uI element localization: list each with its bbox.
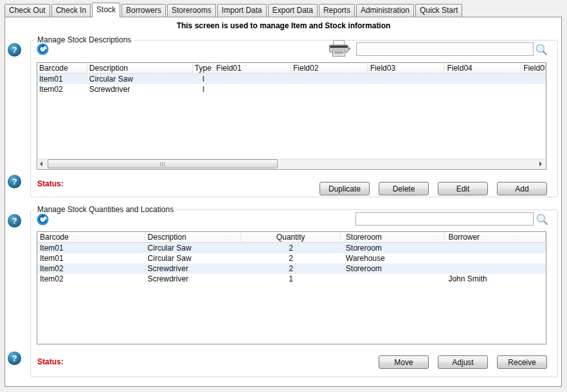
table-cell bbox=[521, 84, 546, 94]
table-row[interactable]: Item01Circular Saw2Warehouse bbox=[37, 253, 546, 263]
search-input[interactable] bbox=[356, 212, 534, 226]
tab-check-out[interactable]: Check Out bbox=[4, 4, 50, 17]
help-icon[interactable]: ? bbox=[8, 43, 21, 57]
column-header-field02[interactable]: Field02 bbox=[291, 63, 368, 74]
table-cell bbox=[444, 84, 521, 94]
scroll-right-icon[interactable] bbox=[536, 159, 545, 168]
table-cell: Warehouse bbox=[341, 253, 446, 263]
table-row[interactable]: Item02ScrewdriverI bbox=[37, 84, 546, 94]
table-cell: Item01 bbox=[37, 253, 145, 263]
table-cell bbox=[291, 84, 368, 94]
column-header-quantity[interactable]: Quantity bbox=[241, 232, 341, 243]
table-row[interactable]: Item02Screwdriver1John Smith bbox=[37, 274, 546, 284]
table-row[interactable]: Item02Screwdriver2Storeroom bbox=[37, 263, 546, 274]
tab-stock[interactable]: Stock bbox=[92, 3, 120, 17]
column-header-field05[interactable]: Field05 bbox=[521, 63, 546, 74]
scrollbar-thumb[interactable] bbox=[48, 159, 278, 168]
table-cell bbox=[368, 84, 445, 94]
search-icon[interactable] bbox=[536, 213, 548, 226]
table-cell: Circular Saw bbox=[145, 253, 242, 263]
column-header-borrower[interactable]: Borrower bbox=[445, 232, 546, 243]
table-cell: 1 bbox=[241, 274, 341, 284]
column-header-storeroom[interactable]: Storeroom bbox=[341, 232, 446, 243]
adjust-button[interactable]: Adjust bbox=[438, 355, 488, 369]
table-cell: Circular Saw bbox=[145, 243, 242, 253]
tab-import-data[interactable]: Import Data bbox=[217, 4, 267, 17]
search-input[interactable] bbox=[356, 42, 534, 56]
tab-check-in[interactable]: Check In bbox=[51, 4, 91, 17]
column-header-field03[interactable]: Field03 bbox=[368, 63, 445, 74]
tab-storerooms[interactable]: Storerooms bbox=[167, 4, 216, 17]
table-cell: 2 bbox=[241, 253, 341, 263]
table-cell: Screwdriver bbox=[87, 84, 194, 94]
stock-quantities-table: BarcodeDescriptionQuantityStoreroomBorro… bbox=[37, 231, 546, 344]
stock-descriptions-table: BarcodeDescriptionTypeField01Field02Fiel… bbox=[37, 62, 546, 170]
tab-bar: Check OutCheck InStockBorrowersStoreroom… bbox=[4, 3, 464, 17]
move-button[interactable]: Move bbox=[379, 355, 429, 369]
table-cell: I bbox=[193, 84, 213, 94]
duplicate-button[interactable]: Duplicate bbox=[320, 182, 370, 195]
group-label: Manage Stock Quantities and Locations bbox=[35, 205, 176, 214]
column-header-barcode[interactable]: Barcode bbox=[37, 63, 87, 74]
edit-button[interactable]: Edit bbox=[438, 182, 488, 195]
tab-administration[interactable]: Administration bbox=[356, 4, 414, 17]
table-cell: Screwdriver bbox=[145, 263, 242, 274]
table-cell bbox=[445, 253, 546, 263]
status-label: Status: bbox=[37, 179, 64, 188]
table-cell: Item01 bbox=[37, 243, 145, 253]
screen-note: This screen is used to manage Item and S… bbox=[0, 21, 567, 30]
tab-export-data[interactable]: Export Data bbox=[268, 4, 318, 17]
table-row[interactable]: Item01Circular SawI bbox=[37, 74, 546, 84]
tab-quick-start[interactable]: Quick Start bbox=[415, 4, 462, 17]
group-label: Manage Stock Descriptions bbox=[35, 35, 134, 44]
table-cell: Item02 bbox=[37, 274, 145, 284]
column-header-field04[interactable]: Field04 bbox=[444, 63, 521, 74]
delete-button[interactable]: Delete bbox=[379, 182, 429, 195]
descriptions-button-row: DuplicateDeleteEditAdd bbox=[320, 182, 547, 195]
table-cell bbox=[341, 274, 446, 284]
column-header-type[interactable]: Type bbox=[193, 63, 213, 74]
table-cell: Storeroom bbox=[341, 243, 446, 253]
help-icon[interactable]: ? bbox=[8, 214, 21, 227]
printer-icon[interactable] bbox=[327, 40, 351, 58]
refresh-icon[interactable] bbox=[37, 213, 49, 226]
table-cell bbox=[213, 84, 291, 94]
table-header-row: BarcodeDescriptionTypeField01Field02Fiel… bbox=[37, 63, 546, 74]
table-cell: Item02 bbox=[37, 263, 145, 274]
refresh-icon[interactable] bbox=[37, 43, 49, 55]
table-cell bbox=[445, 243, 546, 253]
table-body: Item01Circular Saw2StoreroomItem01Circul… bbox=[37, 243, 546, 284]
table-cell bbox=[291, 74, 368, 84]
table-body: Item01Circular SawIItem02ScrewdriverI bbox=[37, 74, 546, 94]
horizontal-scrollbar[interactable] bbox=[38, 159, 545, 168]
help-icon[interactable]: ? bbox=[8, 352, 21, 365]
table-cell: Circular Saw bbox=[87, 74, 194, 84]
table-cell: Screwdriver bbox=[145, 274, 242, 284]
quantities-button-row: MoveAdjustReceive bbox=[379, 355, 547, 369]
table-cell: Item02 bbox=[37, 84, 87, 94]
column-header-field01[interactable]: Field01 bbox=[213, 63, 291, 74]
table-cell bbox=[521, 74, 546, 84]
add-button[interactable]: Add bbox=[497, 182, 547, 195]
receive-button[interactable]: Receive bbox=[497, 355, 547, 369]
column-header-description[interactable]: Description bbox=[145, 232, 242, 243]
help-icon[interactable]: ? bbox=[8, 175, 21, 188]
tab-reports[interactable]: Reports bbox=[319, 4, 355, 17]
table-cell: I bbox=[193, 74, 213, 84]
table-cell: Storeroom bbox=[341, 263, 446, 274]
table-cell: John Smith bbox=[445, 274, 546, 284]
tab-borrowers[interactable]: Borrowers bbox=[122, 4, 166, 17]
table-cell bbox=[368, 74, 445, 84]
table-cell bbox=[444, 74, 521, 84]
table-cell: 2 bbox=[241, 243, 341, 253]
table-row[interactable]: Item01Circular Saw2Storeroom bbox=[37, 243, 546, 253]
scroll-left-icon[interactable] bbox=[38, 159, 48, 168]
status-label: Status: bbox=[37, 357, 64, 366]
table-cell bbox=[213, 74, 291, 84]
table-cell: 2 bbox=[241, 263, 341, 274]
app-window: Check OutCheck InStockBorrowersStoreroom… bbox=[0, 0, 567, 392]
column-header-barcode[interactable]: Barcode bbox=[37, 232, 145, 243]
table-cell bbox=[445, 263, 546, 274]
search-icon[interactable] bbox=[535, 43, 548, 56]
column-header-description[interactable]: Description bbox=[87, 63, 194, 74]
